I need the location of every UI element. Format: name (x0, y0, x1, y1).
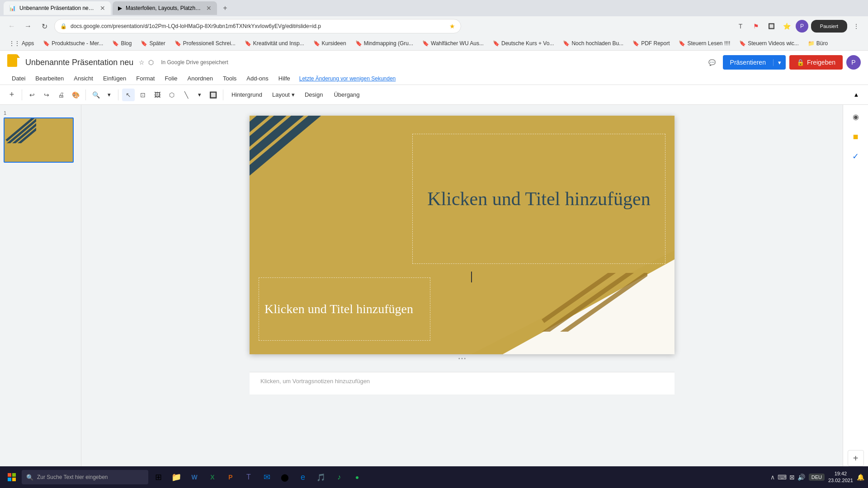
tab-close-btn-2[interactable]: ✕ (206, 5, 212, 12)
taskbar-app-spotify[interactable]: ♪ (331, 469, 347, 485)
back-button[interactable]: ← (5, 20, 18, 33)
document-title[interactable]: Unbenannte Präsentation neu (25, 58, 133, 67)
hintergrund-button[interactable]: Hintergrund (227, 89, 267, 100)
bookmark-spater[interactable]: 🔖 Später (137, 38, 169, 48)
format-paint-button[interactable]: 🎨 (69, 89, 82, 101)
bookmark-apps[interactable]: ⋮⋮ Apps (5, 38, 38, 48)
taskbar-app-teams[interactable]: T (241, 469, 257, 485)
slide-canvas[interactable]: Klicken und Titel hinzufügen Klicken und… (250, 116, 675, 354)
menu-format[interactable]: Format (132, 73, 159, 84)
expand-icon[interactable]: ∧ (770, 474, 775, 481)
comment-tool[interactable]: 🔲 (207, 89, 219, 101)
bookmark-pdf[interactable]: 🔖 PDF Report (629, 38, 673, 48)
bookmark-produktsuche[interactable]: 🔖 Produktsuche - Mer... (39, 38, 107, 48)
extension-icon-4[interactable]: ⭐ (780, 20, 793, 33)
extension-icon-2[interactable]: ⚑ (750, 20, 762, 33)
share-button[interactable]: 🔒 Freigeben (789, 55, 843, 70)
menu-anordnen[interactable]: Anordnen (183, 73, 217, 84)
toolbar-collapse-button[interactable]: ▲ (850, 89, 863, 101)
bookmark-mindmapping[interactable]: 🔖 Mindmapping (Gru... (352, 38, 417, 48)
zoom-icon[interactable]: 🔍 (90, 89, 102, 101)
menu-tools[interactable]: Tools (218, 73, 241, 84)
star-icon[interactable]: ☆ (139, 59, 145, 66)
sidebar-blue-icon[interactable]: ✓ (848, 148, 864, 164)
more-btn[interactable]: ⋮ (850, 20, 863, 33)
taskbar-app-5[interactable]: 🎵 (313, 469, 329, 485)
menu-folie[interactable]: Folie (160, 73, 182, 84)
bookmark-steuern1[interactable]: 🔖 Steuern Lesen !!!! (675, 38, 734, 48)
sidebar-theme-icon[interactable]: ◉ (848, 108, 864, 125)
profile-btn[interactable]: P (796, 20, 808, 33)
extension-icon-1[interactable]: T (734, 20, 747, 33)
uebergang-button[interactable]: Übergang (329, 89, 364, 100)
title-textbox[interactable]: Klicken und Titel hinzufügen (412, 134, 665, 264)
last-saved-link[interactable]: Letzte Änderung vor wenigen Sekunden (299, 75, 396, 82)
sidebar-yellow-icon[interactable]: ■ (848, 128, 864, 145)
taskbar-app-edge[interactable]: e (295, 469, 311, 485)
forward-button[interactable]: → (22, 20, 34, 33)
new-tab-button[interactable]: + (219, 2, 231, 14)
select-tool[interactable]: ↖ (122, 89, 135, 101)
taskbar-app-excel[interactable]: X (204, 469, 221, 485)
bookmark-wahlf[interactable]: 🔖 Wahlfächer WU Aus... (419, 38, 487, 48)
menu-hilfe[interactable]: Hilfe (274, 73, 295, 84)
slide-thumbnail[interactable] (4, 117, 74, 163)
bookmark-kreativitat[interactable]: 🔖 Kreativität und Insp... (241, 38, 308, 48)
subtitle-textbox[interactable]: Klicken und Titel hinzufügen (259, 277, 430, 341)
bookmark-steuern2[interactable]: 🔖 Steuern Videos wic... (736, 38, 802, 48)
line-tool[interactable]: ╲ (180, 89, 193, 101)
menu-bearbeiten[interactable]: Bearbeiten (31, 73, 68, 84)
comment-button[interactable]: 💬 (705, 55, 719, 70)
bookmark-blog[interactable]: 🔖 Blog (108, 38, 135, 48)
taskbar-app-mail[interactable]: ✉ (259, 469, 275, 485)
image-tool[interactable]: 🖼 (151, 89, 164, 101)
notification-icon[interactable]: 🔔 (857, 474, 864, 481)
drive-icon[interactable]: ⬡ (148, 59, 154, 66)
taskbar-app-1[interactable]: ⊞ (150, 469, 166, 485)
bookmark-kursideen[interactable]: 🔖 Kursideen (310, 38, 350, 48)
notes-area[interactable]: Klicken, um Vortragsnotizen hinzuzufügen (250, 372, 675, 394)
network-icon[interactable]: ⊠ (789, 474, 795, 481)
taskbar-app-chrome[interactable]: ⬤ (277, 469, 293, 485)
user-avatar[interactable]: P (846, 55, 861, 70)
menu-ansicht[interactable]: Ansicht (69, 73, 98, 84)
present-dropdown[interactable]: ▾ (773, 59, 786, 66)
taskbar-app-ppt[interactable]: P (222, 469, 239, 485)
redo-button[interactable]: ↪ (40, 89, 53, 101)
line-dropdown[interactable]: ▾ (194, 89, 205, 100)
taskbar-app-word[interactable]: W (186, 469, 203, 485)
tab-inactive[interactable]: ▶ Masterfolien, Layouts, Platzhalte... ✕ (113, 1, 217, 15)
menu-einfugen[interactable]: Einfügen (99, 73, 131, 84)
taskbar-search[interactable]: 🔍 Zur Suche Text hier eingeben (22, 470, 148, 484)
sidebar-add-button[interactable]: + (848, 450, 864, 466)
extension-icon-3[interactable]: 🔲 (765, 20, 778, 33)
zoom-dropdown[interactable]: ▾ (104, 89, 114, 100)
pause-btn[interactable]: Pausiert (811, 20, 847, 33)
bookmark-buro[interactable]: 📁 Büro (804, 38, 831, 48)
add-slide-button[interactable]: + (5, 89, 18, 101)
shape-tool[interactable]: ⬡ (165, 89, 178, 101)
taskbar-app-2[interactable]: 📁 (168, 469, 184, 485)
keyboard-icon[interactable]: ⌨ (778, 474, 787, 481)
present-button[interactable]: Präsentieren (723, 55, 773, 70)
address-box[interactable]: 🔒 docs.google.com/presentation/d/1o2Pm-L… (54, 19, 461, 33)
undo-button[interactable]: ↩ (26, 89, 38, 101)
menu-datei[interactable]: Datei (7, 73, 30, 84)
bookmark-noch[interactable]: 🔖 Noch hochladen Bu... (559, 38, 627, 48)
print-button[interactable]: 🖨 (55, 89, 67, 101)
bookmark-professionell[interactable]: 🔖 Professionell Schrei... (171, 38, 239, 48)
tab-active[interactable]: 📊 Unbenannte Präsentation neu ... ✕ (4, 1, 111, 15)
bookmark-deutsche[interactable]: 🔖 Deutsche Kurs + Vo... (489, 38, 557, 48)
slide-title-text[interactable]: Klicken und Titel hinzufügen (427, 188, 650, 210)
design-button[interactable]: Design (300, 89, 327, 100)
notes-placeholder-text[interactable]: Klicken, um Vortragsnotizen hinzuzufügen (260, 378, 664, 385)
volume-icon[interactable]: 🔊 (797, 474, 805, 481)
layout-dropdown[interactable]: Layout ▾ (269, 89, 298, 100)
tab-close-btn[interactable]: ✕ (100, 5, 105, 12)
slide-subtitle-text[interactable]: Klicken und Titel hinzufügen (264, 301, 413, 317)
windows-start-button[interactable] (4, 469, 20, 485)
reload-button[interactable]: ↻ (38, 20, 51, 33)
menu-addons[interactable]: Add-ons (242, 73, 273, 84)
taskbar-app-music[interactable]: ● (349, 469, 365, 485)
textbox-tool[interactable]: ⊡ (137, 89, 149, 101)
